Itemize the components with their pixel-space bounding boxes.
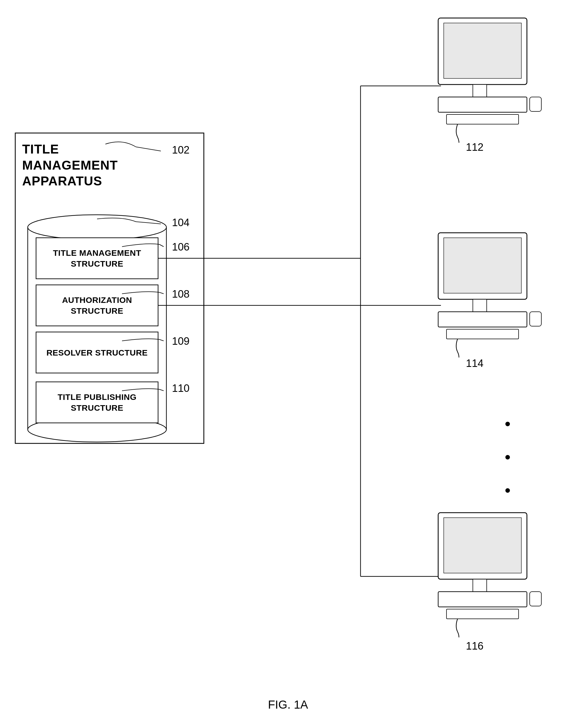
svg-line-16 <box>136 222 161 224</box>
workstation-116 <box>430 510 546 637</box>
struct-box-3: RESOLVER STRUCTURE <box>36 332 158 373</box>
struct-box-1: TITLE MANAGEMENT STRUCTURE <box>36 238 158 279</box>
svg-line-17 <box>160 244 164 247</box>
svg-rect-36 <box>438 592 527 607</box>
svg-line-19 <box>160 339 164 341</box>
ref-112: 112 <box>466 141 483 153</box>
svg-point-2 <box>28 215 166 240</box>
ref-110: 110 <box>172 383 190 394</box>
svg-rect-31 <box>447 329 519 339</box>
ref-108: 108 <box>172 288 190 300</box>
svg-rect-35 <box>473 579 487 593</box>
svg-rect-37 <box>447 609 519 619</box>
svg-rect-32 <box>530 312 541 326</box>
struct-box-2: AUTHORIZATION STRUCTURE <box>36 285 158 326</box>
svg-rect-23 <box>473 85 487 98</box>
svg-rect-30 <box>438 312 527 327</box>
diagram: TITLE MANAGEMENT APPARATUS 102 104 106 1… <box>0 0 576 728</box>
svg-rect-28 <box>444 238 521 293</box>
workstation-112 <box>430 15 546 143</box>
ellipsis-dot-3: • <box>505 482 511 499</box>
ref-116: 116 <box>466 640 483 652</box>
svg-line-20 <box>160 389 164 391</box>
ellipsis-dot-1: • <box>505 416 511 432</box>
ref-106: 106 <box>172 241 190 253</box>
svg-rect-24 <box>438 97 527 112</box>
ref-102: 102 <box>172 144 190 156</box>
struct-box-4: TITLE PUBLISHING STRUCTURE <box>36 382 158 423</box>
svg-rect-34 <box>444 518 521 573</box>
ref-109: 109 <box>172 335 190 347</box>
ref-114: 114 <box>466 358 483 369</box>
svg-rect-22 <box>444 23 521 79</box>
ref-104: 104 <box>172 217 190 229</box>
workstation-114 <box>430 230 546 358</box>
svg-rect-29 <box>473 299 487 313</box>
svg-rect-26 <box>530 97 541 112</box>
svg-rect-25 <box>447 115 519 124</box>
ellipsis-dot-2: • <box>505 449 511 465</box>
tma-title: TITLE MANAGEMENT APPARATUS <box>22 141 94 189</box>
svg-line-18 <box>160 292 164 294</box>
svg-rect-38 <box>530 592 541 606</box>
figure-caption: FIG. 1A <box>268 698 308 711</box>
svg-line-15 <box>136 147 161 151</box>
